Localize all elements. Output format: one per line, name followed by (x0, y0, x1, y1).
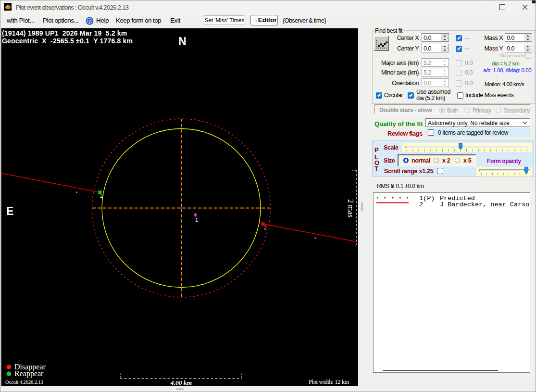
svg-text:2: 2 (264, 224, 267, 231)
svg-text:(19144) 1989 UP1 2026 Mar 19: (19144) 1989 UP1 2026 Mar 19 5.2 km (2, 29, 127, 37)
svg-text:Reappear: Reappear (14, 369, 44, 378)
svg-text:?: ? (88, 18, 91, 24)
svg-text:Geocentric X -2565.5 ±0.1 Y: Geocentric X -2565.5 ±0.1 Y 1776.8 km (2, 37, 133, 45)
svg-text:2 mas: 2 mas (347, 199, 355, 217)
svg-text:1: 1 (195, 217, 198, 223)
svg-text:4.00 km: 4.00 km (170, 379, 192, 386)
svg-text:Occult 4.2026.2.13: Occult 4.2026.2.13 (5, 379, 43, 385)
svg-text:2: 2 (419, 201, 423, 208)
svg-text:J Bardecker, near Carso: J Bardecker, near Carso (440, 201, 529, 208)
svg-text:2: 2 (100, 192, 103, 199)
svg-text:Plot width: 12 km: Plot width: 12 km (309, 379, 349, 385)
svg-text:E: E (6, 205, 13, 217)
svg-text:N: N (178, 35, 187, 48)
